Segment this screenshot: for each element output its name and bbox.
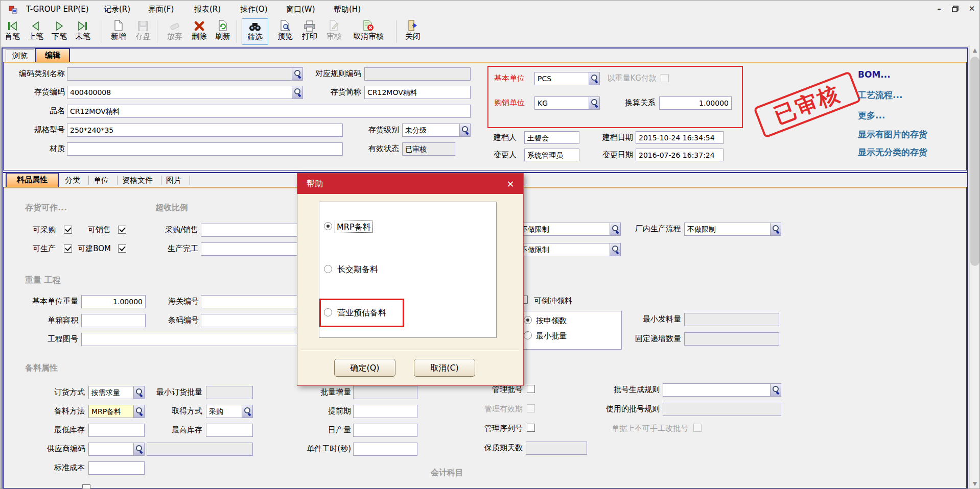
print-button[interactable]: 打印	[298, 18, 321, 45]
restore-button[interactable]	[949, 3, 962, 15]
manage-serial-checkbox[interactable]	[527, 424, 535, 432]
long-lead-prep-radio[interactable]	[324, 265, 332, 273]
lookup-icon[interactable]	[770, 223, 781, 235]
next-record-button[interactable]: 下笔	[48, 18, 71, 45]
item-abbr-field[interactable]: CR12MOV精料	[364, 86, 471, 99]
material-field[interactable]	[67, 142, 343, 156]
scroll-down-arrow[interactable]: ▼	[970, 479, 979, 488]
daily-output-field[interactable]	[353, 424, 417, 437]
scroll-up-arrow[interactable]: ▲	[970, 45, 979, 55]
first-record-button[interactable]: 首笔	[1, 18, 24, 45]
dialog-close-icon[interactable]: ✕	[504, 178, 517, 191]
conversion-field[interactable]: 1.00000	[659, 96, 732, 110]
manage-expiry-checkbox	[527, 404, 535, 412]
creator-label: 建档人	[487, 131, 517, 144]
tab-edit[interactable]: 编辑	[35, 48, 70, 62]
menu-record[interactable]: 记录(R)	[101, 4, 133, 15]
menu-help[interactable]: 帮助(H)	[331, 4, 364, 15]
prep-method-field[interactable]: MRP备料	[88, 405, 145, 418]
tab-item-attributes[interactable]: 料品属性	[6, 173, 59, 187]
lookup-icon[interactable]	[459, 124, 470, 136]
filter-button[interactable]: 筛选	[242, 18, 268, 45]
close-button[interactable]: 关闭	[401, 18, 425, 45]
menu-report[interactable]: 报表(R)	[191, 4, 224, 15]
lookup-icon[interactable]	[610, 223, 620, 235]
tab-image[interactable]: 图片	[166, 174, 181, 186]
lookup-icon[interactable]	[589, 72, 599, 85]
std-cost-field[interactable]	[88, 461, 145, 475]
piece-time-field[interactable]	[353, 443, 417, 456]
lead-time-field[interactable]	[353, 405, 417, 418]
last-record-button[interactable]: 末笔	[71, 18, 95, 45]
weight-section-header: 重量 工程	[25, 275, 61, 286]
lookup-icon[interactable]	[589, 97, 599, 109]
changed-date-label: 变更日期	[592, 149, 633, 161]
tab-qualification[interactable]: 资格文件	[122, 174, 153, 186]
mrp-prep-radio[interactable]	[324, 222, 332, 230]
lookup-icon[interactable]	[292, 68, 302, 80]
can-bom-checkbox[interactable]	[118, 244, 126, 253]
menu-interface[interactable]: 界面(F)	[145, 4, 177, 15]
prev-record-button[interactable]: 上笔	[24, 18, 48, 45]
menu-app[interactable]: T-GROUP ERP(E)	[23, 4, 92, 15]
manage-serial-label: 管理序列号	[474, 422, 523, 435]
link-bom[interactable]: BOM...	[858, 69, 891, 80]
lookup-icon[interactable]	[133, 386, 144, 399]
lookup-icon[interactable]	[242, 405, 252, 418]
min-stock-field[interactable]	[88, 424, 145, 437]
ok-button[interactable]: 确定(Q)	[334, 359, 395, 377]
lookup-icon[interactable]	[133, 443, 144, 455]
by-request-radio[interactable]	[524, 316, 532, 324]
mrp-prep-label[interactable]: MRP备料	[335, 221, 372, 232]
lookup-icon[interactable]	[770, 384, 781, 396]
tab-browse[interactable]: 浏览	[6, 49, 34, 62]
can-sell-checkbox[interactable]	[118, 226, 126, 234]
order-mode-field[interactable]: 按需求量	[88, 386, 145, 399]
factory-flow-field[interactable]: 不做限制	[684, 223, 781, 236]
batch-rule-field[interactable]	[663, 383, 781, 397]
preview-button[interactable]: 预览	[273, 18, 297, 45]
tab-unit[interactable]: 单位	[94, 174, 109, 186]
link-show-with-images[interactable]: 显示有图片的存货	[858, 129, 927, 140]
link-process-flow[interactable]: 工艺流程...	[858, 89, 902, 101]
link-show-unclassified[interactable]: 显示无分类的存货	[858, 146, 927, 158]
limit-field-1[interactable]: 不做限制	[518, 223, 621, 236]
grade-field[interactable]: 未分级	[402, 124, 471, 137]
cancel-audit-button[interactable]: 取消审核	[347, 18, 390, 45]
lookup-icon[interactable]	[292, 86, 302, 99]
link-more[interactable]: 更多...	[858, 110, 885, 121]
exit-door-icon	[407, 18, 419, 32]
min-batch-radio[interactable]	[524, 331, 532, 339]
max-stock-field[interactable]	[206, 424, 253, 437]
vertical-scrollbar[interactable]: ▲ ▼	[969, 45, 979, 489]
minimize-button[interactable]: –	[932, 3, 946, 15]
lookup-icon[interactable]	[610, 243, 620, 256]
supplier-code-field[interactable]	[88, 443, 145, 456]
refresh-button[interactable]: 刷新	[211, 18, 235, 45]
acquire-mode-field[interactable]: 采购	[206, 405, 253, 418]
tab-category[interactable]: 分类	[65, 174, 80, 186]
spec-field[interactable]: 250*240*35	[67, 124, 343, 137]
lookup-icon[interactable]	[133, 405, 144, 418]
trade-unit-field[interactable]: KG	[534, 96, 600, 110]
menu-operation[interactable]: 操作(O)	[237, 4, 271, 15]
delete-button[interactable]: 删除	[188, 18, 211, 45]
min-order-label: 最小订货批量	[151, 386, 202, 399]
new-button[interactable]: 新增	[107, 18, 130, 45]
drawing-no-field[interactable]	[81, 333, 311, 346]
long-lead-prep-label[interactable]: 长交期备料	[337, 264, 378, 275]
can-produce-checkbox[interactable]	[64, 244, 72, 253]
limit-field-2[interactable]: 不做限制	[518, 243, 621, 256]
item-name-field[interactable]: CR12MOV精料	[67, 105, 471, 118]
unit-weight-field[interactable]: 1.00000	[81, 295, 146, 308]
cutoff-checkbox[interactable]	[82, 484, 90, 489]
base-unit-field[interactable]: PCS	[534, 72, 600, 85]
cancel-dialog-button[interactable]: 取消(C)	[414, 359, 475, 377]
can-purchase-checkbox[interactable]	[64, 226, 72, 234]
scroll-thumb[interactable]	[970, 57, 979, 266]
box-volume-field[interactable]	[81, 314, 146, 327]
menu-window[interactable]: 窗口(W)	[283, 4, 318, 15]
manage-batch-checkbox[interactable]	[527, 385, 535, 393]
close-window-button[interactable]: ✕	[965, 3, 978, 15]
item-code-field[interactable]: 400400008	[67, 86, 303, 99]
